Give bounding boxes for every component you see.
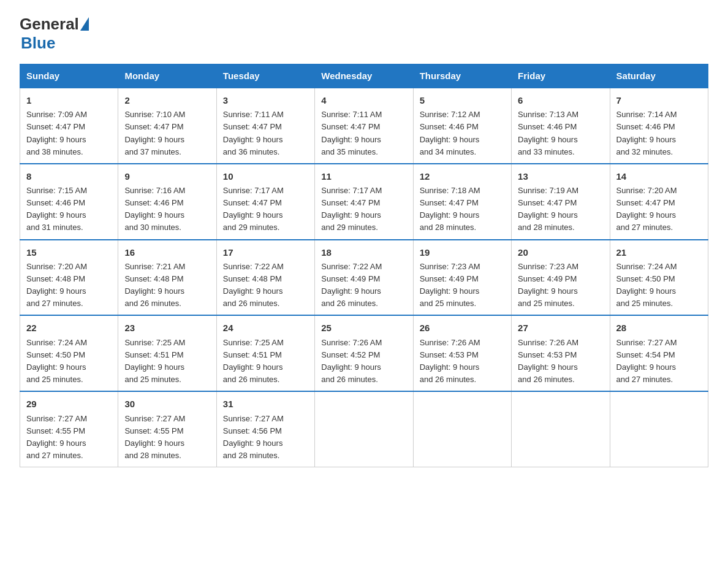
- day-header-friday: Friday: [512, 64, 610, 88]
- calendar-day-cell: 19 Sunrise: 7:23 AMSunset: 4:49 PMDaylig…: [413, 240, 511, 316]
- logo-blue-text: Blue: [21, 34, 55, 52]
- day-number: 14: [616, 169, 702, 183]
- day-number: 7: [616, 93, 702, 107]
- day-header-thursday: Thursday: [413, 64, 511, 88]
- calendar-day-cell: 12 Sunrise: 7:18 AMSunset: 4:47 PMDaylig…: [413, 164, 511, 240]
- day-info: Sunrise: 7:22 AMSunset: 4:49 PMDaylight:…: [321, 262, 382, 308]
- empty-cell: [610, 391, 708, 467]
- day-number: 13: [518, 169, 603, 183]
- day-number: 1: [26, 93, 112, 107]
- calendar-day-cell: 31 Sunrise: 7:27 AMSunset: 4:56 PMDaylig…: [216, 391, 314, 467]
- day-info: Sunrise: 7:11 AMSunset: 4:47 PMDaylight:…: [223, 110, 284, 156]
- day-info: Sunrise: 7:11 AMSunset: 4:47 PMDaylight:…: [321, 110, 382, 156]
- calendar-day-cell: 29 Sunrise: 7:27 AMSunset: 4:55 PMDaylig…: [20, 391, 118, 467]
- calendar-day-cell: 10 Sunrise: 7:17 AMSunset: 4:47 PMDaylig…: [216, 164, 314, 240]
- day-info: Sunrise: 7:18 AMSunset: 4:47 PMDaylight:…: [420, 186, 480, 232]
- calendar-day-cell: 20 Sunrise: 7:23 AMSunset: 4:49 PMDaylig…: [512, 240, 610, 316]
- calendar-week-row: 8 Sunrise: 7:15 AMSunset: 4:46 PMDayligh…: [20, 164, 708, 240]
- day-info: Sunrise: 7:21 AMSunset: 4:48 PMDaylight:…: [124, 262, 185, 308]
- calendar-day-cell: 22 Sunrise: 7:24 AMSunset: 4:50 PMDaylig…: [20, 315, 118, 391]
- day-number: 24: [223, 321, 308, 335]
- day-header-sunday: Sunday: [20, 64, 118, 88]
- day-info: Sunrise: 7:10 AMSunset: 4:47 PMDaylight:…: [124, 110, 185, 156]
- day-number: 12: [420, 169, 505, 183]
- day-info: Sunrise: 7:26 AMSunset: 4:53 PMDaylight:…: [518, 338, 578, 384]
- calendar-week-row: 22 Sunrise: 7:24 AMSunset: 4:50 PMDaylig…: [20, 315, 708, 391]
- calendar-day-cell: 7 Sunrise: 7:14 AMSunset: 4:46 PMDayligh…: [610, 88, 708, 164]
- day-number: 29: [26, 397, 112, 411]
- calendar-day-cell: 18 Sunrise: 7:22 AMSunset: 4:49 PMDaylig…: [315, 240, 413, 316]
- calendar-week-row: 29 Sunrise: 7:27 AMSunset: 4:55 PMDaylig…: [20, 391, 708, 467]
- day-number: 10: [223, 169, 308, 183]
- day-info: Sunrise: 7:24 AMSunset: 4:50 PMDaylight:…: [26, 338, 87, 384]
- page-header: General Blue: [20, 15, 708, 53]
- day-number: 19: [420, 245, 505, 259]
- day-info: Sunrise: 7:17 AMSunset: 4:47 PMDaylight:…: [321, 186, 382, 232]
- day-info: Sunrise: 7:12 AMSunset: 4:46 PMDaylight:…: [420, 110, 480, 156]
- day-number: 22: [26, 321, 112, 335]
- empty-cell: [512, 391, 610, 467]
- calendar-day-cell: 9 Sunrise: 7:16 AMSunset: 4:46 PMDayligh…: [118, 164, 216, 240]
- calendar-day-cell: 15 Sunrise: 7:20 AMSunset: 4:48 PMDaylig…: [20, 240, 118, 316]
- calendar-day-cell: 16 Sunrise: 7:21 AMSunset: 4:48 PMDaylig…: [118, 240, 216, 316]
- day-number: 25: [321, 321, 406, 335]
- day-number: 3: [223, 93, 308, 107]
- calendar-day-cell: 3 Sunrise: 7:11 AMSunset: 4:47 PMDayligh…: [216, 88, 314, 164]
- calendar-day-cell: 1 Sunrise: 7:09 AMSunset: 4:47 PMDayligh…: [20, 88, 118, 164]
- logo-general-text: General: [20, 15, 79, 34]
- day-info: Sunrise: 7:24 AMSunset: 4:50 PMDaylight:…: [616, 262, 677, 308]
- day-header-monday: Monday: [118, 64, 216, 88]
- day-number: 28: [616, 321, 702, 335]
- calendar-day-cell: 8 Sunrise: 7:15 AMSunset: 4:46 PMDayligh…: [20, 164, 118, 240]
- day-info: Sunrise: 7:14 AMSunset: 4:46 PMDaylight:…: [616, 110, 677, 156]
- day-number: 31: [223, 397, 308, 411]
- empty-cell: [315, 391, 413, 467]
- day-number: 20: [518, 245, 603, 259]
- day-number: 11: [321, 169, 406, 183]
- day-info: Sunrise: 7:27 AMSunset: 4:55 PMDaylight:…: [26, 414, 87, 460]
- day-info: Sunrise: 7:27 AMSunset: 4:55 PMDaylight:…: [124, 414, 185, 460]
- calendar-day-cell: 28 Sunrise: 7:27 AMSunset: 4:54 PMDaylig…: [610, 315, 708, 391]
- day-info: Sunrise: 7:25 AMSunset: 4:51 PMDaylight:…: [223, 338, 284, 384]
- calendar-day-cell: 2 Sunrise: 7:10 AMSunset: 4:47 PMDayligh…: [118, 88, 216, 164]
- day-number: 4: [321, 93, 406, 107]
- day-info: Sunrise: 7:09 AMSunset: 4:47 PMDaylight:…: [26, 110, 87, 156]
- day-number: 26: [420, 321, 505, 335]
- calendar-week-row: 1 Sunrise: 7:09 AMSunset: 4:47 PMDayligh…: [20, 88, 708, 164]
- calendar-week-row: 15 Sunrise: 7:20 AMSunset: 4:48 PMDaylig…: [20, 240, 708, 316]
- day-info: Sunrise: 7:13 AMSunset: 4:46 PMDaylight:…: [518, 110, 578, 156]
- calendar-day-cell: 17 Sunrise: 7:22 AMSunset: 4:48 PMDaylig…: [216, 240, 314, 316]
- day-number: 27: [518, 321, 603, 335]
- day-number: 21: [616, 245, 702, 259]
- day-number: 15: [26, 245, 112, 259]
- day-info: Sunrise: 7:22 AMSunset: 4:48 PMDaylight:…: [223, 262, 284, 308]
- day-info: Sunrise: 7:26 AMSunset: 4:52 PMDaylight:…: [321, 338, 382, 384]
- day-number: 18: [321, 245, 406, 259]
- day-info: Sunrise: 7:20 AMSunset: 4:48 PMDaylight:…: [26, 262, 87, 308]
- calendar-day-cell: 30 Sunrise: 7:27 AMSunset: 4:55 PMDaylig…: [118, 391, 216, 467]
- calendar-day-cell: 13 Sunrise: 7:19 AMSunset: 4:47 PMDaylig…: [512, 164, 610, 240]
- day-number: 5: [420, 93, 505, 107]
- day-info: Sunrise: 7:27 AMSunset: 4:54 PMDaylight:…: [616, 338, 677, 384]
- day-info: Sunrise: 7:19 AMSunset: 4:47 PMDaylight:…: [518, 186, 578, 232]
- calendar-day-cell: 25 Sunrise: 7:26 AMSunset: 4:52 PMDaylig…: [315, 315, 413, 391]
- day-info: Sunrise: 7:17 AMSunset: 4:47 PMDaylight:…: [223, 186, 284, 232]
- day-header-wednesday: Wednesday: [315, 64, 413, 88]
- calendar-header-row: SundayMondayTuesdayWednesdayThursdayFrid…: [20, 64, 708, 88]
- calendar-day-cell: 26 Sunrise: 7:26 AMSunset: 4:53 PMDaylig…: [413, 315, 511, 391]
- day-number: 30: [124, 397, 210, 411]
- calendar-day-cell: 24 Sunrise: 7:25 AMSunset: 4:51 PMDaylig…: [216, 315, 314, 391]
- calendar-day-cell: 14 Sunrise: 7:20 AMSunset: 4:47 PMDaylig…: [610, 164, 708, 240]
- calendar-day-cell: 21 Sunrise: 7:24 AMSunset: 4:50 PMDaylig…: [610, 240, 708, 316]
- day-info: Sunrise: 7:15 AMSunset: 4:46 PMDaylight:…: [26, 186, 87, 232]
- empty-cell: [413, 391, 511, 467]
- day-number: 17: [223, 245, 308, 259]
- day-number: 2: [124, 93, 210, 107]
- logo-triangle-icon: [80, 17, 89, 31]
- calendar-table: SundayMondayTuesdayWednesdayThursdayFrid…: [20, 64, 708, 467]
- logo: General Blue: [20, 15, 89, 53]
- day-info: Sunrise: 7:26 AMSunset: 4:53 PMDaylight:…: [420, 338, 480, 384]
- day-info: Sunrise: 7:23 AMSunset: 4:49 PMDaylight:…: [518, 262, 578, 308]
- day-info: Sunrise: 7:23 AMSunset: 4:49 PMDaylight:…: [420, 262, 480, 308]
- day-header-tuesday: Tuesday: [216, 64, 314, 88]
